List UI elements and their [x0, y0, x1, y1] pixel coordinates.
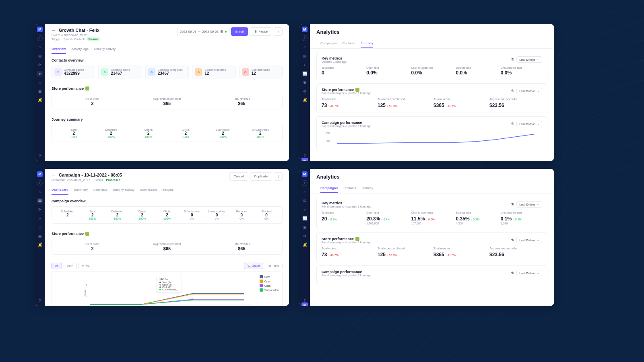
settings-icon[interactable]: ▣ — [37, 88, 43, 94]
campaigns-icon[interactable]: ▤ — [37, 198, 43, 204]
flow-icon[interactable]: ⟳ — [37, 207, 43, 212]
stage-icon[interactable]: ⊞ — [301, 302, 308, 306]
share-icon[interactable]: ⟡ — [37, 71, 43, 76]
cancel-button[interactable]: Cancel — [229, 172, 248, 181]
key-metrics-title: Key metrics — [322, 56, 347, 60]
svg-text:20%: 20% — [326, 132, 330, 134]
trigger-value: Specific Contacts — [64, 38, 85, 41]
duplicate-button[interactable]: Duplicate — [250, 172, 272, 181]
settings-icon[interactable]: ⚙ — [302, 233, 308, 239]
tab-campaigns[interactable]: Campaigns — [320, 39, 336, 48]
share-icon[interactable]: ⟡ — [37, 216, 43, 221]
tab-insights[interactable]: Insights — [162, 185, 173, 195]
filter-icon[interactable]: ⚗ — [511, 58, 514, 62]
metric-item: Total revenue$365↓ 41.5% — [433, 98, 486, 109]
tab-activity-logs[interactable]: Activity logs — [72, 45, 89, 54]
bell-icon[interactable]: 🔔 — [37, 97, 43, 103]
tabs: Dashboard Summary User data Shopify acti… — [45, 185, 289, 195]
tab-submission[interactable]: Submission — [140, 185, 157, 195]
add-icon[interactable]: + — [37, 35, 43, 41]
share-icon[interactable]: ⟡ — [302, 62, 308, 68]
tab-summary[interactable]: Summary — [74, 185, 88, 195]
add-icon[interactable]: + — [302, 180, 308, 186]
contact-card[interactable]: ☺ Contacts added4322999 — [52, 66, 95, 78]
toggle-amp[interactable]: AMP — [64, 263, 77, 269]
tab-contacts[interactable]: Contacts — [342, 39, 355, 48]
tab-shopify-activity[interactable]: Shopify activity — [94, 45, 116, 54]
flow-icon[interactable]: ⟳ — [37, 62, 43, 68]
users-icon[interactable]: ☺ — [37, 224, 43, 230]
range-select[interactable]: Last 30 days⌄ — [516, 121, 542, 127]
back-arrow-icon[interactable]: ← — [52, 27, 56, 33]
campaigns-icon[interactable]: ▤ — [302, 198, 308, 204]
range-select[interactable]: Last 30 days⌄ — [516, 201, 542, 208]
view-table-button[interactable]: ▤ Table — [265, 263, 283, 269]
campaign-chart: 4 2 Count 16th Jan Sent (2) Open (2) Cli… — [52, 272, 283, 306]
help-icon[interactable]: ? — [37, 298, 43, 303]
layers-icon[interactable]: ▣ — [302, 224, 308, 230]
home-icon[interactable]: ⌂ — [37, 44, 43, 50]
more-menu-button[interactable]: ⋮ — [274, 27, 283, 36]
legend-item: Sent — [260, 275, 279, 278]
tab-shopify-activity[interactable]: Shopify activity — [113, 185, 134, 195]
analytics-icon[interactable]: 📊 — [302, 216, 308, 221]
home-icon[interactable]: ⌂ — [302, 44, 308, 50]
logo-icon[interactable]: M — [37, 171, 43, 177]
contact-card[interactable]: ☺ Contacts active23467 — [98, 66, 142, 78]
tab-contacts[interactable]: Contacts — [343, 184, 356, 193]
logo-icon[interactable]: M — [302, 171, 308, 177]
logo-icon[interactable]: M — [302, 27, 308, 32]
range-select[interactable]: Last 30 days⌄ — [516, 88, 542, 94]
status-tag: Running — [87, 37, 100, 41]
range-select[interactable]: Last 30 days⌄ — [516, 56, 542, 63]
stage-icon[interactable]: ⊞ — [301, 158, 308, 161]
layers-icon[interactable]: ▣ — [302, 80, 308, 85]
tab-journey[interactable]: Journey — [362, 184, 373, 193]
filter-icon[interactable]: ⚗ — [511, 238, 514, 242]
add-icon[interactable]: + — [302, 35, 308, 41]
back-arrow-icon[interactable]: ← — [52, 172, 56, 178]
tab-user-data[interactable]: User data — [93, 185, 107, 195]
range-select[interactable]: Last 30 days⌄ — [516, 237, 542, 243]
tab-campaigns[interactable]: Campaigns — [320, 184, 338, 193]
toggle-all[interactable]: All — [52, 263, 62, 269]
home-icon[interactable]: ⌂ — [302, 189, 308, 195]
bell-icon[interactable]: 🔔 — [302, 97, 308, 103]
tab-journey[interactable]: Journey — [361, 39, 373, 48]
logo-icon[interactable]: M — [37, 27, 43, 32]
filter-icon[interactable]: ⚗ — [511, 202, 514, 206]
metric-item: Bounce rate0.0% — [456, 66, 497, 76]
home-icon[interactable]: ⌂ — [37, 189, 43, 195]
filter-icon[interactable]: ⚗ — [511, 122, 514, 126]
campaigns-icon[interactable]: ▤ — [302, 53, 308, 59]
contact-card[interactable]: ☺ Contacts completed23467 — [145, 66, 189, 78]
legend-item: Click — [260, 284, 279, 287]
share-icon[interactable]: ⟡ — [302, 207, 308, 212]
filter-icon[interactable]: ⚗ — [511, 271, 514, 275]
pause-button[interactable]: ⏸Pause — [250, 27, 272, 36]
filter-icon[interactable]: ⚗ — [511, 89, 514, 93]
users-icon[interactable]: ☺ — [37, 80, 43, 85]
date-range-picker[interactable]: 2022-06-03 2022-06-03 🗓 — [177, 28, 229, 35]
tab-dashboard[interactable]: Dashboard — [52, 185, 68, 195]
metric-item: Unsubscribe rate0.1%↑ 0.2%1,520 — [501, 211, 542, 225]
shopify-icon — [355, 88, 359, 92]
toggle-html[interactable]: HTML — [78, 263, 93, 269]
more-menu-button[interactable]: ⋮ — [274, 172, 283, 181]
bell-icon[interactable]: 🔔 — [37, 242, 43, 248]
bell-icon[interactable]: 🔔 — [302, 242, 308, 248]
contact-card[interactable]: ☺ Contacts failed12 › — [239, 66, 283, 78]
tab-overview[interactable]: Overview — [52, 45, 66, 54]
chevron-right-icon[interactable]: › — [279, 70, 281, 74]
help-icon[interactable]: ? — [37, 153, 43, 158]
contact-card[interactable]: ☺ Contacts aborted12 — [192, 66, 235, 78]
range-select[interactable]: Last 30 days⌄ — [516, 270, 542, 276]
add-icon[interactable]: + — [37, 180, 43, 186]
settings-icon[interactable]: ⚙ — [302, 88, 308, 94]
analytics-icon[interactable]: 📊 — [302, 71, 308, 76]
enroll-button[interactable]: Enroll — [231, 27, 248, 36]
view-graph-button[interactable]: 📊 Graph — [244, 263, 263, 269]
settings-icon[interactable]: ▣ — [37, 233, 43, 239]
created-label: Created at: — [52, 179, 66, 181]
layers-icon[interactable]: ▤ — [37, 53, 43, 59]
